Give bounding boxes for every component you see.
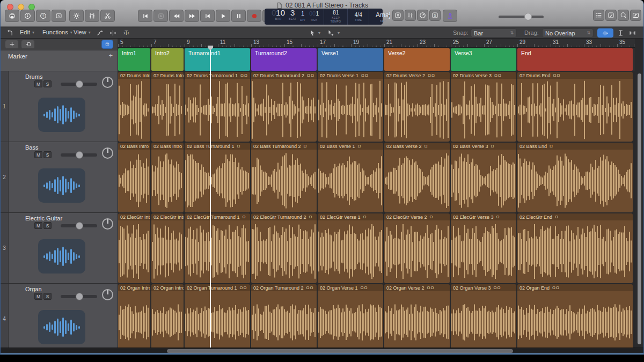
track-icon[interactable]	[38, 168, 85, 203]
audio-region[interactable]: 02 ElecGtr Verse 3Ω	[451, 213, 516, 283]
marker-add-icon[interactable]: +	[108, 51, 113, 60]
track-volume-slider[interactable]	[61, 83, 97, 86]
duplicate-track-button[interactable]	[21, 40, 35, 49]
global-tracks-toggle-button[interactable]	[101, 40, 113, 49]
marker-intro2[interactable]: Intro2	[151, 48, 184, 71]
mute-button[interactable]: M	[34, 151, 42, 158]
audio-region[interactable]: 02 Drums Turnaround 2ΩΩ	[251, 72, 317, 142]
mute-button[interactable]: M	[34, 80, 42, 87]
audio-region[interactable]: 02 Drums Intro 1	[118, 72, 150, 142]
audio-region[interactable]: 02 Organ Intro 1	[118, 284, 150, 348]
add-track-button[interactable]	[5, 40, 19, 49]
audio-region[interactable]: 02 Bass Verse 1Ω	[318, 143, 383, 212]
solo-mode-button[interactable]: S	[429, 10, 441, 21]
solo-button[interactable]: S	[43, 151, 52, 158]
marker-verse2[interactable]: Verse2	[384, 48, 450, 71]
track-name[interactable]: Electric Guitar	[25, 215, 62, 221]
solo-button[interactable]: S	[43, 222, 52, 229]
mute-button[interactable]: M	[34, 222, 42, 229]
audio-region[interactable]: 02 ElecGtr Turnaround 2Ω	[251, 213, 317, 283]
track-icon[interactable]	[38, 98, 85, 132]
apple-loops-button[interactable]	[618, 10, 629, 21]
audio-region[interactable]: 02 Bass Intro 2	[151, 143, 184, 212]
track-number[interactable]: 2	[1, 142, 9, 212]
snap-select[interactable]: Bar⇅	[471, 28, 517, 38]
audio-region[interactable]: 02 Drums Verse 2ΩΩ	[384, 72, 450, 142]
rewind-button[interactable]	[169, 10, 184, 22]
tuner-button[interactable]	[417, 10, 428, 21]
track-name[interactable]: Bass	[25, 144, 38, 151]
go-to-beginning-button[interactable]	[138, 10, 152, 22]
audio-region[interactable]: 02 Bass Intro 1	[118, 143, 150, 212]
pan-knob[interactable]	[102, 147, 113, 159]
lcd-chevron-icon[interactable]: ▾	[387, 13, 390, 19]
track-number[interactable]: 3	[1, 213, 9, 283]
browsers-button[interactable]	[630, 10, 641, 21]
audio-region[interactable]: 02 Organ Verse 1ΩΩ	[318, 284, 383, 348]
audio-region[interactable]: 02 ElecGtr Intro 1	[118, 213, 150, 283]
horizontal-scrollbar-track[interactable]	[1, 348, 643, 353]
metronome-button[interactable]	[443, 10, 457, 22]
audio-region[interactable]: 02 Bass Turnaround 1Ω	[185, 143, 250, 212]
audio-region[interactable]: 02 Organ Turnaround 2ΩΩ	[251, 284, 317, 348]
bar-ruler[interactable]: 57911131517192123252729313335	[118, 39, 635, 48]
audio-region[interactable]: 02 Drums Verse 3ΩΩ	[451, 72, 516, 142]
track-icon[interactable]	[38, 310, 85, 344]
record-button[interactable]	[247, 10, 261, 22]
audio-region[interactable]: 02 Drums Intro 2	[151, 72, 184, 142]
audio-region[interactable]: 02 ElecGtr EndΩ	[517, 213, 633, 283]
horizontal-scrollbar-thumb[interactable]	[167, 349, 513, 353]
track-volume-slider[interactable]	[61, 224, 97, 227]
track-icon[interactable]	[38, 239, 85, 274]
edit-menu[interactable]: Edit▾	[20, 29, 34, 35]
track-header-electric-guitar[interactable]: 3Electric GuitarMS	[1, 213, 118, 284]
pan-knob[interactable]	[102, 218, 113, 230]
solo-button[interactable]: S	[43, 293, 52, 300]
list-editors-button[interactable]	[593, 10, 604, 21]
chevron-down-icon[interactable]: ▾	[338, 31, 340, 35]
midi-in-icon[interactable]	[5, 28, 15, 38]
cmd-tool-button[interactable]	[326, 28, 336, 38]
audio-region[interactable]: 02 Bass Verse 2Ω	[384, 143, 450, 212]
marker-lane[interactable]: Intro1Intro2Turnaround1Turnaround2Verse1…	[118, 48, 635, 71]
audio-region[interactable]: 02 Organ Turnaround 1ΩΩ	[185, 284, 250, 348]
flex-button[interactable]	[108, 28, 118, 38]
drag-select[interactable]: No Overlap⇅	[542, 28, 594, 38]
mixer-button[interactable]	[85, 10, 99, 22]
track-number[interactable]: 1	[1, 71, 9, 142]
audio-region[interactable]: 02 Bass Turnaround 2Ω	[251, 143, 317, 212]
pan-knob[interactable]	[102, 289, 113, 300]
audio-region[interactable]: 02 ElecGtr Verse 2Ω	[384, 213, 450, 283]
audio-region[interactable]: 02 ElecGtr Verse 1Ω	[318, 213, 383, 283]
pause-button[interactable]	[231, 10, 246, 22]
marker-turnaround2[interactable]: Turnaround2	[251, 48, 317, 71]
solo-button[interactable]: S	[43, 80, 52, 87]
vertical-scrollbar[interactable]	[638, 73, 641, 344]
marker-intro1[interactable]: Intro1	[118, 48, 150, 71]
view-menu[interactable]: View▾	[74, 29, 91, 35]
waveform-zoom-button[interactable]	[597, 28, 613, 38]
track-number[interactable]: 4	[1, 284, 9, 348]
lcd-time-signature[interactable]: 4/4 TIME	[347, 9, 369, 25]
pan-knob[interactable]	[102, 77, 113, 88]
marker-lane-header[interactable]: Marker +	[1, 50, 118, 71]
chevron-down-icon[interactable]: ▾	[318, 31, 320, 35]
marker-verse3[interactable]: Verse3	[451, 48, 516, 71]
audio-region[interactable]: 02 Drums EndΩΩ	[517, 72, 633, 142]
forward-button[interactable]	[185, 10, 199, 22]
track-header-bass[interactable]: 2BassMS	[1, 142, 118, 213]
lcd-display[interactable]: 010BAR 3BEAT 1DIV 001TICK 81 KEEP TEMPO …	[265, 9, 383, 25]
marker-end[interactable]: End	[517, 48, 633, 71]
track-volume-thumb[interactable]	[76, 151, 83, 159]
track-volume-thumb[interactable]	[76, 222, 83, 230]
playhead[interactable]	[210, 46, 211, 348]
audio-region[interactable]: 02 Bass EndΩ	[517, 143, 633, 212]
audio-region[interactable]: 02 Organ EndΩΩ	[517, 284, 633, 348]
play-from-selection-button[interactable]	[153, 10, 168, 22]
track-header-organ[interactable]: 4OrganMS	[1, 284, 118, 348]
master-volume-slider[interactable]	[499, 13, 544, 20]
volume-slider-thumb[interactable]	[524, 13, 532, 20]
audio-region[interactable]: 02 Organ Verse 2ΩΩ	[384, 284, 450, 348]
quickhelp-button[interactable]	[5, 10, 19, 22]
audio-region[interactable]: 02 Bass Verse 3Ω	[451, 143, 516, 212]
